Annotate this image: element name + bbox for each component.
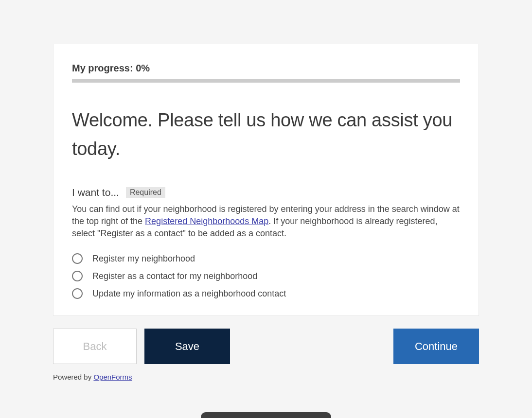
- radio-circle-icon: [72, 253, 83, 264]
- continue-button[interactable]: Continue: [393, 329, 479, 364]
- back-button[interactable]: Back: [53, 329, 137, 364]
- powered-by-prefix: Powered by: [53, 373, 93, 381]
- question-label: I want to...: [72, 187, 119, 198]
- radio-label: Register as a contact for my neighborhoo…: [92, 271, 257, 281]
- radio-option-register-neighborhood[interactable]: Register my neighborhood: [72, 253, 460, 264]
- button-row: Back Save Continue: [53, 329, 479, 364]
- bottom-pill: [201, 412, 331, 418]
- required-badge: Required: [126, 187, 165, 198]
- progress-bar: [72, 79, 460, 83]
- progress-label: My progress: 0%: [72, 63, 460, 74]
- page-heading: Welcome. Please tell us how we can assis…: [72, 106, 460, 163]
- radio-label: Register my neighborhood: [92, 254, 195, 264]
- help-text: You can find out if your neighborhood is…: [72, 203, 460, 240]
- question-row: I want to... Required: [72, 187, 460, 198]
- radio-circle-icon: [72, 271, 83, 281]
- radio-option-register-contact[interactable]: Register as a contact for my neighborhoo…: [72, 271, 460, 281]
- radio-label: Update my information as a neighborhood …: [92, 289, 286, 299]
- save-button[interactable]: Save: [144, 329, 230, 364]
- radio-group: Register my neighborhood Register as a c…: [72, 253, 460, 299]
- registered-neighborhoods-map-link[interactable]: Registered Neighborhoods Map: [145, 216, 268, 226]
- openforms-link[interactable]: OpenForms: [93, 373, 132, 381]
- radio-option-update-information[interactable]: Update my information as a neighborhood …: [72, 288, 460, 299]
- form-card: My progress: 0% Welcome. Please tell us …: [53, 44, 479, 316]
- powered-by: Powered by OpenForms: [53, 373, 479, 381]
- radio-circle-icon: [72, 288, 83, 299]
